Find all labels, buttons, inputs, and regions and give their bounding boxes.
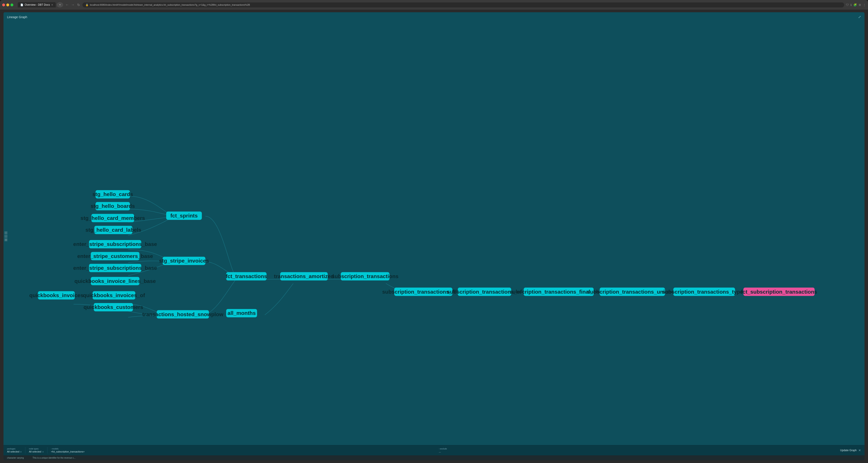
models-label: --models (51, 448, 439, 450)
info-icon: ℹ (850, 3, 851, 6)
packages-value: All selected (7, 450, 19, 453)
svg-text:stg_hello_card_members: stg_hello_card_members (81, 215, 145, 221)
svg-text:enter_stripe_subscriptions_bas: enter_stripe_subscriptions_base (73, 241, 157, 247)
node-types-arrow: ∨ (42, 451, 44, 453)
svg-text:enter_stripe_customers_base: enter_stripe_customers_base (77, 253, 153, 259)
new-tab-icon: + (59, 3, 61, 6)
new-tab-button[interactable]: + (57, 2, 63, 7)
svg-text:transactions_amortized: transactions_amortized (274, 273, 334, 279)
lineage-panel: Lineage Graph ⤢ + - ⊡ (3, 12, 865, 460)
tab-bar: 📄 Overview - DBT Docs ✕ + (18, 2, 63, 7)
update-graph-button[interactable]: Update Graph (840, 449, 857, 452)
svg-text:fct_sprints: fct_sprints (170, 213, 198, 219)
forward-button[interactable]: → (71, 3, 75, 7)
traffic-lights (2, 3, 13, 6)
graph-area: stg_hello_cards stg_hello_boards stg_hel… (3, 21, 865, 445)
col-type: character varying (7, 457, 24, 459)
tab-close-button[interactable]: ✕ (51, 3, 53, 6)
menu-icon: ⋮ (863, 3, 866, 6)
main-content: Lineage Graph ⤢ + - ⊡ (0, 10, 868, 463)
bottom-toolbar: packages All selected ∨ node types All s… (3, 445, 865, 455)
svg-text:subscription_transactions_type: subscription_transactions_typed (662, 289, 746, 295)
svg-text:stg_hello_boards: stg_hello_boards (91, 203, 135, 209)
exclude-value[interactable]: ... (439, 450, 447, 453)
browser-chrome: 📄 Overview - DBT Docs ✕ + ← → ↻ 🔒 localh… (0, 0, 868, 10)
browser-nav: ← → ↻ (65, 3, 81, 7)
bottom-data-row: character varying This is a unique ident… (3, 455, 865, 460)
svg-text:quickbooks_invoices_of: quickbooks_invoices_of (83, 292, 145, 298)
close-toolbar-button[interactable]: ✕ (858, 448, 861, 452)
url-text: localhost:8080/index.html#!/model/model.… (90, 3, 250, 6)
packages-select[interactable]: All selected ∨ (7, 450, 22, 453)
svg-text:stg_stripe_invoices: stg_stripe_invoices (159, 258, 209, 264)
svg-text:transactions_hosted_snowplow: transactions_hosted_snowplow (142, 311, 224, 317)
settings-icon: ⚙ (859, 3, 861, 6)
col-description: This is a unique identifier for the reve… (33, 457, 76, 459)
svg-text:quickbooks_customers: quickbooks_customers (84, 304, 143, 310)
address-bar-wrap: 🔒 localhost:8080/index.html#!/model/mode… (83, 2, 844, 7)
back-button[interactable]: ← (65, 3, 69, 7)
node-types-label: node types (29, 448, 43, 450)
svg-text:enter_stripe_subscriptions_bas: enter_stripe_subscriptions_base (73, 265, 157, 271)
maximize-traffic-light[interactable] (10, 3, 13, 6)
browser-actions: 🛡 ℹ 🧩 ⚙ ⋮ (846, 3, 866, 6)
svg-text:quickbooks_invoices: quickbooks_invoices (29, 292, 83, 298)
minimize-traffic-light[interactable] (6, 3, 9, 6)
svg-text:all_months: all_months (227, 310, 256, 316)
lineage-graph-svg: stg_hello_cards stg_hello_boards stg_hel… (3, 21, 865, 445)
lineage-title: Lineage Graph (7, 15, 27, 19)
svg-text:fct_subscription_transactions: fct_subscription_transactions (741, 289, 817, 295)
active-tab[interactable]: 📄 Overview - DBT Docs ✕ (18, 2, 56, 7)
divider-2 (47, 447, 48, 454)
models-input-group: --models +fct_subscription_transactions+ (51, 448, 439, 453)
packages-arrow: ∨ (20, 451, 22, 453)
node-types-select[interactable]: All selected ∨ (29, 450, 43, 453)
lock-icon: 🔒 (86, 3, 89, 6)
lineage-header: Lineage Graph ⤢ (3, 12, 865, 21)
tab-title: Overview - DBT Docs (25, 3, 50, 6)
svg-text:subscription_transactions: subscription_transactions (332, 273, 399, 279)
models-value[interactable]: +fct_subscription_transactions+ (51, 450, 439, 453)
refresh-button[interactable]: ↻ (76, 3, 81, 7)
extension-icon: 🧩 (854, 3, 857, 6)
packages-label: packages (7, 448, 22, 450)
close-traffic-light[interactable] (2, 3, 5, 6)
tab-page-icon: 📄 (20, 3, 23, 6)
svg-text:quickbooks_invoice_lines_base: quickbooks_invoice_lines_base (74, 278, 156, 284)
expand-button[interactable]: ⤢ (858, 15, 861, 19)
packages-group: packages All selected ∨ (7, 448, 22, 453)
svg-text:stg_hello_cards: stg_hello_cards (92, 191, 133, 197)
exclude-group: --exclude ... (439, 448, 447, 453)
node-types-value: All selected (29, 450, 41, 453)
svg-text:fct_transactions: fct_transactions (226, 273, 267, 279)
address-bar[interactable]: 🔒 localhost:8080/index.html#!/model/mode… (83, 2, 844, 7)
exclude-label: --exclude (439, 448, 447, 450)
svg-text:stg_hello_card_labels: stg_hello_card_labels (86, 227, 141, 233)
shield-icon: 🛡 (846, 3, 849, 6)
node-types-group: node types All selected ∨ (29, 448, 43, 453)
